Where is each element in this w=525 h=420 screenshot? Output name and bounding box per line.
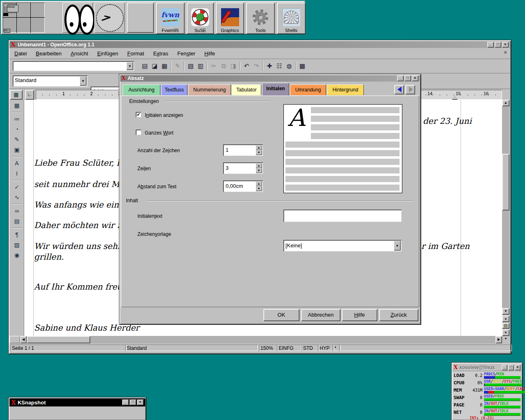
document-text-line[interactable]: der 23. Juni [423,116,472,126]
status-selection-mode[interactable]: STD [301,345,320,351]
new-document-icon[interactable]: ▤ [140,61,150,71]
ok-button[interactable]: OK [263,309,299,321]
writer-titlebar[interactable]: X Unbenannt1 - OpenOffice.org 1.1 _ □ × [9,41,510,48]
stylist-icon[interactable]: ☷ [274,61,284,71]
menu-bearbeiten[interactable]: Bearbeiten [34,50,63,57]
tab-scroll-right-button[interactable] [405,85,415,94]
minimize-button[interactable]: _ [487,42,494,48]
document-as-email-icon[interactable]: ▧ [186,61,196,71]
fvwm-pager[interactable]: Un Absat KS [3,2,45,33]
pager-mini-window-ksnapshot[interactable]: KS [4,29,10,33]
vertical-scrollbar-thumb[interactable] [502,154,509,210]
status-hyperlink-mode[interactable]: HYP [318,345,334,351]
whole-word-checkbox[interactable] [136,130,141,135]
close-document-button[interactable]: × [504,49,507,55]
form-functions-icon[interactable]: ▣ [11,145,23,155]
data-sources-icon[interactable]: ▤ [11,216,23,226]
horizontal-scrollbar-thumb[interactable] [27,336,90,343]
next-page-icon[interactable]: ▼▼ [502,329,509,336]
maximize-button[interactable]: □ [508,365,514,370]
minimize-button[interactable]: _ [397,75,404,81]
graphics-toggle-icon[interactable]: ▨ [11,240,23,250]
maximize-button[interactable]: □ [404,75,411,81]
dropcap-text-input[interactable] [283,210,402,222]
spin-down-icon[interactable]: ▼ [256,150,262,155]
gallery-icon[interactable]: ▩ [297,61,307,71]
scroll-left-icon[interactable]: ◀ [20,336,27,343]
xosview-titlebar[interactable]: X xosview@linux _ □ × [452,363,522,371]
status-insert-mode[interactable]: EINFG [277,345,301,351]
save-icon[interactable]: ▦ [160,61,169,71]
spin-up-icon[interactable]: ▲ [256,145,262,150]
autospellcheck-icon[interactable]: ∿ [11,192,23,203]
tab-nummerierung[interactable]: Nummerierung [188,84,231,95]
horizontal-scrollbar[interactable]: ◀ ▶ [9,336,502,343]
show-dropcaps-checkbox[interactable]: ✔ [136,112,141,117]
zurck-button[interactable]: Zurück [379,309,418,321]
direct-cursor-icon[interactable]: I [11,169,23,179]
chevron-down-icon[interactable]: ▼ [394,241,401,251]
navigation-dot-button[interactable] [502,323,509,329]
insert-fields-icon[interactable]: ≔ [11,114,23,124]
hilfe-button[interactable]: Hilfe [342,309,377,321]
menu-einfgen[interactable]: Einfügen [96,50,120,57]
document-text-line[interactable]: grillen. [34,252,64,262]
menu-format[interactable]: Format [126,50,146,57]
copy-icon[interactable]: ⧉ [219,61,228,71]
insert-object-icon[interactable]: ◔ [11,124,23,135]
abbrechen-button[interactable]: Abbrechen [301,309,340,321]
status-page[interactable]: Seite 1 / 1 [10,345,127,351]
undo-icon[interactable]: ↶ [242,61,251,71]
tab-ausrichtung[interactable]: Ausrichtung [123,84,160,95]
minimize-button[interactable]: _ [502,365,507,370]
tab-hintergrund[interactable]: Hintergrund [327,84,364,95]
print-icon[interactable]: ▥ [196,61,205,71]
pager-mini-window-small[interactable] [3,13,8,16]
menu-datei[interactable]: Datei [13,50,28,57]
chevron-down-icon[interactable]: ▼ [126,62,133,70]
find-icon[interactable]: ∞ [11,206,23,216]
tab-umrandung[interactable]: Umrandung [290,84,326,95]
maximize-button[interactable]: □ [495,42,501,48]
scroll-up-icon[interactable]: ▲ [502,100,509,106]
tab-tabulator[interactable]: Tabulator [232,84,261,95]
edit-file-icon[interactable]: ✎ [173,61,183,71]
spin-down-icon[interactable]: ▼ [256,186,262,191]
document-text-line[interactable]: r im Garten [421,241,470,251]
char-style-combobox[interactable]: [Keine] ▼ [283,240,402,251]
spin-up-icon[interactable]: ▲ [256,163,262,168]
menu-hilfe[interactable]: Hilfe [203,50,217,57]
spin-down-icon[interactable]: ▼ [256,168,262,173]
spellcheck-icon[interactable]: ✓ [11,182,23,192]
right-indent-marker[interactable] [452,93,458,99]
status-zoom[interactable]: 150% [259,345,278,351]
open-icon[interactable]: ◪ [150,61,160,71]
status-template[interactable]: Standard [125,345,258,351]
minimize-button[interactable]: _ [122,399,129,405]
online-layout-icon[interactable]: ◉ [11,250,23,260]
launcher-suse[interactable]: SuSE [187,2,214,34]
navigator-icon[interactable]: ✚ [265,61,274,71]
taskbar-blank-button[interactable] [127,2,154,33]
lines-spinner[interactable]: 3 ▲ ▼ [223,162,263,174]
ruler-corner-table-icon[interactable]: ▦ [10,90,23,100]
nonprinting-characters-icon[interactable]: ¶ [11,230,23,240]
close-button[interactable]: × [412,75,418,81]
menu-extras[interactable]: Extras [151,50,170,57]
previous-page-icon[interactable]: ▲▲ [502,315,509,322]
maximize-button[interactable]: □ [130,399,136,405]
launcher-fvwm95[interactable]: fvwmFvwm95 [156,2,185,34]
pager-mini-window-absatz[interactable]: Absat [7,5,18,12]
dialog-titlebar[interactable]: X Absatz _ □ × [120,75,420,82]
spin-up-icon[interactable]: ▲ [256,181,262,186]
menu-fenster[interactable]: Fenster [176,50,197,57]
vertical-scrollbar[interactable]: ▲ ▼ ▲▲ ▼▼ [502,100,509,336]
ksnapshot-titlebar[interactable]: X KSnapshot _ □ × [9,398,145,406]
chevron-down-icon[interactable]: ▼ [80,76,87,86]
distance-spinner[interactable]: 0,00cm ▲ ▼ [223,180,263,192]
close-button[interactable]: × [137,399,144,405]
paste-icon[interactable]: ◨ [228,61,238,71]
cut-icon[interactable]: ✂ [209,61,219,71]
close-button[interactable]: × [502,42,509,48]
draw-functions-icon[interactable]: ✎ [11,135,23,145]
